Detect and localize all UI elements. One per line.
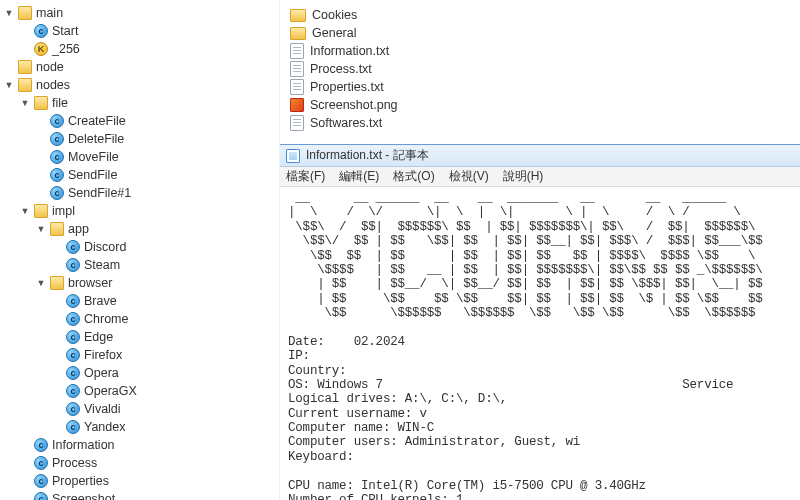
- text-file-icon: [290, 115, 304, 131]
- file-name: Screenshot.png: [310, 98, 398, 112]
- tree-label: Edge: [84, 330, 113, 344]
- class-icon: c: [34, 24, 48, 38]
- menu-edit[interactable]: 編輯(E): [339, 168, 379, 185]
- class-icon: c: [50, 168, 64, 182]
- file-name: Softwares.txt: [310, 116, 382, 130]
- class-icon: c: [34, 438, 48, 452]
- tree-node-firefox[interactable]: ▼cFirefox: [52, 346, 277, 364]
- folder-icon: [34, 204, 48, 218]
- folder-icon: [18, 60, 32, 74]
- tree-label: DeleteFile: [68, 132, 124, 146]
- tree-node-process[interactable]: ▼cProcess: [20, 454, 277, 472]
- class-icon: c: [66, 330, 80, 344]
- tree-label: Brave: [84, 294, 117, 308]
- tree-label: CreateFile: [68, 114, 126, 128]
- class-icon: c: [66, 402, 80, 416]
- tree-node-operagx[interactable]: ▼cOperaGX: [52, 382, 277, 400]
- class-icon: c: [66, 348, 80, 362]
- tree-node-screenshot[interactable]: ▼cScreenshot: [20, 490, 277, 500]
- tree-node-properties[interactable]: ▼cProperties: [20, 472, 277, 490]
- tree-node-discord[interactable]: ▼cDiscord: [52, 238, 277, 256]
- file-name: Properties.txt: [310, 80, 384, 94]
- menu-help[interactable]: 說明(H): [503, 168, 544, 185]
- tree-node-deletefile[interactable]: ▼cDeleteFile: [36, 130, 277, 148]
- file-list: Cookies General Information.txt Process.…: [280, 0, 800, 142]
- tree-label: MoveFile: [68, 150, 119, 164]
- tree-node-sendfile[interactable]: ▼cSendFile: [36, 166, 277, 184]
- file-item[interactable]: Process.txt: [290, 60, 790, 78]
- tree-node-chrome[interactable]: ▼cChrome: [52, 310, 277, 328]
- tree-node-app[interactable]: ▼ app: [36, 220, 277, 238]
- tree-label: Information: [52, 438, 115, 452]
- menu-file[interactable]: 檔案(F): [286, 168, 325, 185]
- file-item[interactable]: Cookies: [290, 6, 790, 24]
- tree-node-movefile[interactable]: ▼cMoveFile: [36, 148, 277, 166]
- menu-view[interactable]: 檢視(V): [449, 168, 489, 185]
- file-item[interactable]: Softwares.txt: [290, 114, 790, 132]
- class-icon: c: [34, 474, 48, 488]
- tree-label: app: [68, 222, 89, 236]
- notepad-titlebar[interactable]: Information.txt - 記事本: [280, 145, 800, 167]
- notepad-icon: [286, 149, 300, 163]
- file-item[interactable]: Properties.txt: [290, 78, 790, 96]
- tree-node-information[interactable]: ▼cInformation: [20, 436, 277, 454]
- chevron-down-icon[interactable]: ▼: [36, 278, 46, 288]
- tree-label: Chrome: [84, 312, 128, 326]
- tree-node-impl[interactable]: ▼ impl: [20, 202, 277, 220]
- constant-icon: K: [34, 42, 48, 56]
- tree-label: impl: [52, 204, 75, 218]
- file-item[interactable]: General: [290, 24, 790, 42]
- chevron-down-icon[interactable]: ▼: [20, 206, 30, 216]
- chevron-down-icon[interactable]: ▼: [20, 98, 30, 108]
- tree-label: main: [36, 6, 63, 20]
- tree-label: Yandex: [84, 420, 125, 434]
- notepad-body[interactable]: __ __ ______ __ __ _______ __ __ ______ …: [280, 187, 800, 500]
- class-icon: c: [66, 384, 80, 398]
- class-icon: c: [34, 492, 48, 500]
- chevron-down-icon[interactable]: ▼: [4, 8, 14, 18]
- tree-label: SendFile#1: [68, 186, 131, 200]
- text-file-icon: [290, 61, 304, 77]
- tree-node-main[interactable]: ▼ main: [4, 4, 277, 22]
- menu-format[interactable]: 格式(O): [393, 168, 434, 185]
- chevron-down-icon[interactable]: ▼: [36, 224, 46, 234]
- tree-node-vivaldi[interactable]: ▼cVivaldi: [52, 400, 277, 418]
- file-item[interactable]: Information.txt: [290, 42, 790, 60]
- class-icon: c: [66, 312, 80, 326]
- chevron-down-icon[interactable]: ▼: [4, 80, 14, 90]
- tree-node-edge[interactable]: ▼cEdge: [52, 328, 277, 346]
- tree-node-browser[interactable]: ▼ browser: [36, 274, 277, 292]
- image-file-icon: [290, 98, 304, 112]
- class-icon: c: [66, 294, 80, 308]
- tree-node-node[interactable]: ▶ node: [4, 58, 277, 76]
- tree-node-opera[interactable]: ▼cOpera: [52, 364, 277, 382]
- package-tree-panel: ▼ main ▼ c Start ▼ K _256 ▶: [0, 0, 280, 500]
- folder-icon: [18, 78, 32, 92]
- file-name: Cookies: [312, 8, 357, 22]
- tree-label: file: [52, 96, 68, 110]
- folder-icon: [34, 96, 48, 110]
- tree-label: Properties: [52, 474, 109, 488]
- tree-node-256[interactable]: ▼ K _256: [20, 40, 277, 58]
- tree-label: Opera: [84, 366, 119, 380]
- tree-label: _256: [52, 42, 80, 56]
- tree-label: browser: [68, 276, 112, 290]
- tree-label: Vivaldi: [84, 402, 121, 416]
- tree-label: SendFile: [68, 168, 117, 182]
- tree-node-createfile[interactable]: ▼cCreateFile: [36, 112, 277, 130]
- tree-node-start[interactable]: ▼ c Start: [20, 22, 277, 40]
- tree-node-brave[interactable]: ▼cBrave: [52, 292, 277, 310]
- tree-node-steam[interactable]: ▼cSteam: [52, 256, 277, 274]
- folder-icon: [50, 222, 64, 236]
- tree-node-nodes[interactable]: ▼ nodes: [4, 76, 277, 94]
- class-icon: c: [50, 150, 64, 164]
- tree-node-file[interactable]: ▼ file: [20, 94, 277, 112]
- tree-label: Start: [52, 24, 78, 38]
- tree-node-yandex[interactable]: ▼cYandex: [52, 418, 277, 436]
- class-icon: c: [34, 456, 48, 470]
- class-icon: c: [50, 186, 64, 200]
- file-item[interactable]: Screenshot.png: [290, 96, 790, 114]
- tree-node-sendfile41[interactable]: ▼cSendFile#1: [36, 184, 277, 202]
- notepad-window: Information.txt - 記事本 檔案(F) 編輯(E) 格式(O) …: [280, 144, 800, 500]
- class-icon: c: [66, 420, 80, 434]
